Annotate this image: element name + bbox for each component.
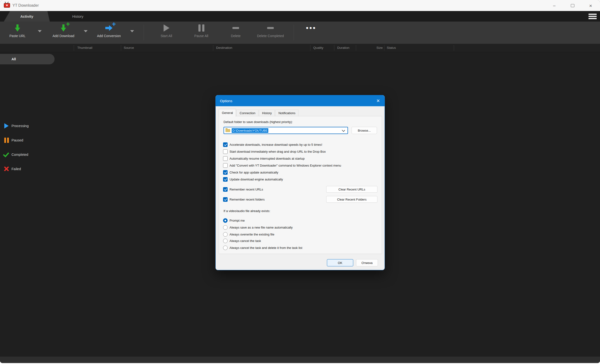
radio-prompt-me[interactable]: Prompt me [223, 218, 245, 223]
clear-recent-folders-button[interactable]: Clear Recent Folders [326, 196, 377, 203]
column-thumbnail[interactable]: Thumbnail [77, 44, 92, 52]
pause-all-button[interactable]: Pause All [186, 23, 217, 43]
tv-arrow-icon [6, 5, 8, 6]
delete-button[interactable]: Delete [220, 23, 251, 43]
column-source[interactable]: Source [124, 44, 134, 52]
sidebar-item-completed[interactable]: Completed [0, 150, 55, 159]
checkbox-label: Check for app update automatically [230, 171, 278, 174]
checkbox-remember-folders[interactable]: Remember recent folders [223, 197, 265, 202]
add-download-dropdown-icon[interactable] [84, 30, 88, 32]
tab-history[interactable]: History [50, 11, 105, 21]
play-icon [163, 24, 169, 32]
menu-button[interactable] [589, 13, 597, 20]
column-separator [334, 45, 334, 51]
delete-completed-button[interactable]: Delete Completed [250, 23, 291, 43]
toolbar-separator [294, 25, 294, 40]
checkbox-remember-urls[interactable]: Remember recent URLs [223, 187, 263, 192]
radio-cancel-and-delete[interactable]: Always cancel the task and delete it fro… [223, 245, 302, 250]
radio-icon[interactable] [223, 225, 228, 230]
tab-activity[interactable]: Activity [4, 11, 50, 21]
dialog-tab-history[interactable]: History [259, 110, 275, 117]
browse-button[interactable]: Browse... [352, 127, 377, 134]
column-separator [384, 45, 384, 51]
radio-icon[interactable] [223, 218, 228, 223]
sidebar-item-label: Failed [11, 167, 21, 171]
minus-icon [267, 27, 274, 29]
column-destination[interactable]: Destination [216, 44, 232, 52]
column-size[interactable]: Size [359, 44, 383, 52]
radio-icon[interactable] [223, 239, 228, 243]
checkbox-accelerate-downloads[interactable]: Accelerate downloads, increase download … [223, 142, 322, 147]
more-button[interactable]: ••• [297, 23, 326, 43]
radio-cancel-task[interactable]: Always cancel the task [223, 238, 261, 243]
sidebar-item-all[interactable]: All [0, 54, 55, 64]
hamburger-icon [589, 14, 597, 15]
column-separator [356, 45, 356, 51]
close-button[interactable]: × [587, 2, 594, 9]
checkbox-icon[interactable] [223, 156, 228, 161]
toolbar: Paste URL + Add Download + Add Conversio… [0, 21, 600, 44]
paste-url-button[interactable]: Paste URL [2, 23, 33, 43]
default-folder-combobox[interactable]: D:\Downloads\YOUTUBE [224, 127, 348, 134]
plus-icon: + [66, 21, 70, 28]
paste-url-dropdown-icon[interactable] [38, 30, 42, 32]
checkbox-start-on-drop[interactable]: Start download immediately when drag and… [223, 149, 326, 154]
options-dialog: Options × General Connection History Not… [216, 95, 385, 270]
maximize-button[interactable] [569, 2, 576, 9]
titlebar: YT Downloader – × [0, 0, 600, 11]
column-duration[interactable]: Duration [337, 44, 349, 52]
clear-recent-urls-button[interactable]: Clear Recent URLs [326, 186, 377, 193]
sidebar-item-processing[interactable]: Processing [0, 121, 55, 131]
maximize-icon [571, 4, 574, 7]
delete-completed-label: Delete Completed [257, 34, 284, 38]
checkbox-icon[interactable] [223, 177, 228, 182]
radio-label: Always cancel the task and delete it fro… [230, 246, 302, 250]
toolbar-separator [144, 25, 144, 40]
dialog-tabs: General Connection History Notifications [219, 109, 299, 117]
dialog-tab-notifications[interactable]: Notifications [275, 110, 299, 117]
paste-url-label: Paste URL [9, 34, 26, 38]
add-conversion-button[interactable]: + Add Conversion [93, 23, 124, 43]
radio-icon[interactable] [223, 245, 228, 250]
dialog-close-button[interactable]: × [375, 97, 382, 104]
radio-save-new-name[interactable]: Always save as a new file name automatic… [223, 225, 293, 230]
dialog-tab-connection[interactable]: Connection [236, 110, 258, 117]
sidebar-item-paused[interactable]: Paused [0, 135, 55, 145]
radio-label: Always save as a new file name automatic… [230, 226, 293, 229]
checkbox-update-engine[interactable]: Update download engine automatically [223, 177, 283, 182]
tab-history-label: History [72, 14, 84, 19]
all-list-icon [3, 57, 9, 62]
dialog-tab-general[interactable]: General [219, 109, 236, 117]
checkbox-icon[interactable] [223, 187, 228, 192]
radio-icon[interactable] [223, 232, 228, 237]
add-download-label: Add Download [52, 34, 74, 38]
default-folder-label: Default folder to save downloads (highes… [224, 120, 293, 124]
checkbox-label: Accelerate downloads, increase download … [230, 143, 322, 147]
cancel-button[interactable]: Отмена [356, 259, 378, 266]
radio-label: Always cancel the task [230, 239, 261, 243]
column-separator [310, 45, 310, 51]
add-download-button[interactable]: + Add Download [48, 23, 79, 43]
chevron-down-icon[interactable] [342, 129, 345, 132]
checkbox-explorer-context-menu[interactable]: Add "Convert with YT Downloader" command… [223, 163, 341, 168]
plus-icon: + [112, 21, 116, 28]
checkbox-icon[interactable] [223, 163, 228, 168]
start-all-button[interactable]: Start All [151, 23, 182, 43]
checkbox-check-app-update[interactable]: Check for app update automatically [223, 170, 278, 175]
app-title: YT Downloader [12, 0, 39, 11]
column-status[interactable]: Status [387, 44, 396, 52]
add-conversion-dropdown-icon[interactable] [130, 30, 134, 32]
radio-overwrite[interactable]: Always overwrite the existing file [223, 232, 274, 237]
main-tabstrip: Activity History [0, 11, 600, 21]
sidebar-item-failed[interactable]: Failed [0, 164, 55, 174]
checkbox-icon[interactable] [223, 142, 228, 147]
checkbox-resume-at-startup[interactable]: Automatically resume interrupted downloa… [223, 156, 305, 161]
checkbox-icon[interactable] [223, 149, 228, 154]
checkbox-label: Start download immediately when drag and… [230, 150, 326, 153]
minimize-button[interactable]: – [551, 2, 558, 9]
checkbox-label: Add "Convert with YT Downloader" command… [230, 164, 341, 167]
column-quality[interactable]: Quality [313, 44, 323, 52]
ok-button[interactable]: OK [327, 259, 353, 266]
checkbox-icon[interactable] [223, 170, 228, 175]
checkbox-icon[interactable] [223, 197, 228, 202]
